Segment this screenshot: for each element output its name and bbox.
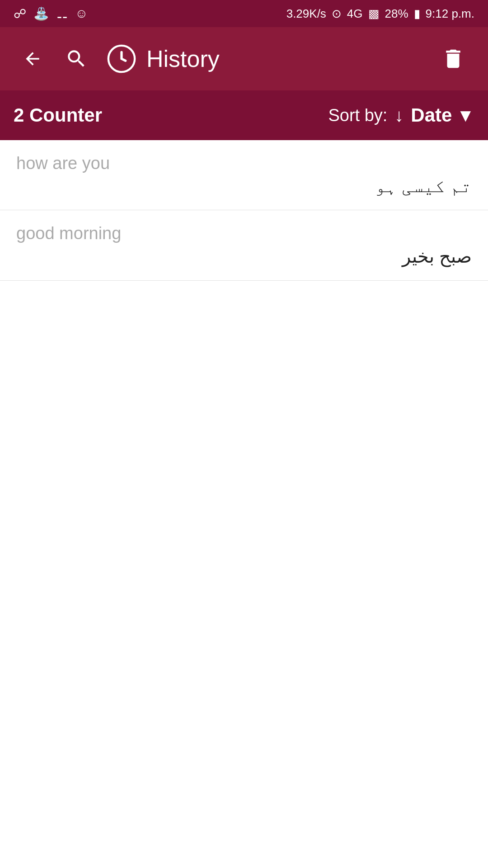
usb-icon: ⚋ [56,6,68,21]
history-item[interactable]: how are you تم کیسی ہو [0,140,488,210]
history-clock-icon [106,43,137,75]
status-right-info: 3.29K/s ⊙ 4G ▩ 28% ▮ 9:12 p.m. [286,7,474,21]
sort-section: Sort by: ↓ Date ▼ [328,104,474,126]
history-item-translated: تم کیسی ہو [16,176,472,196]
history-item[interactable]: good morning صبح بخیر [0,210,488,281]
delete-button[interactable] [436,42,470,75]
clock-time: 9:12 p.m. [426,7,474,21]
history-list: how are you تم کیسی ہو good morning صبح … [0,140,488,868]
battery-level: 28% [385,7,408,21]
search-button[interactable] [61,43,92,75]
network-speed: 3.29K/s [286,7,326,21]
emoji-icon: ☺ [75,6,88,21]
battery-icon: ▮ [414,7,420,21]
back-button[interactable] [18,44,47,73]
dropdown-arrow-icon: ▼ [456,105,474,126]
counter-label: 2 Counter [14,104,328,126]
status-left-icons: ☍ ⛲ ⚋ ☺ [14,6,88,21]
wifi-icon: ⊙ [332,7,342,21]
status-bar: ☍ ⛲ ⚋ ☺ 3.29K/s ⊙ 4G ▩ 28% ▮ 9:12 p.m. [0,0,488,27]
sort-by-label: Sort by: [328,106,387,125]
image-icon: ⛲ [33,6,49,21]
sort-date-label: Date [411,104,452,126]
history-item-translated: صبح بخیر [16,246,472,267]
back-icon [23,49,42,69]
app-title-section: History [106,43,423,75]
search-icon [65,47,88,70]
sort-dropdown[interactable]: Date ▼ [411,104,474,126]
app-bar: History [0,27,488,90]
history-item-source: how are you [16,154,472,173]
network-type: 4G [347,7,363,21]
signal-icon: ▩ [368,7,380,21]
whatsapp-icon: ☍ [14,6,26,21]
sort-direction-icon: ↓ [394,105,404,126]
app-bar-title: History [146,45,220,72]
filter-bar: 2 Counter Sort by: ↓ Date ▼ [0,90,488,140]
trash-icon [441,47,465,71]
history-item-source: good morning [16,224,472,243]
